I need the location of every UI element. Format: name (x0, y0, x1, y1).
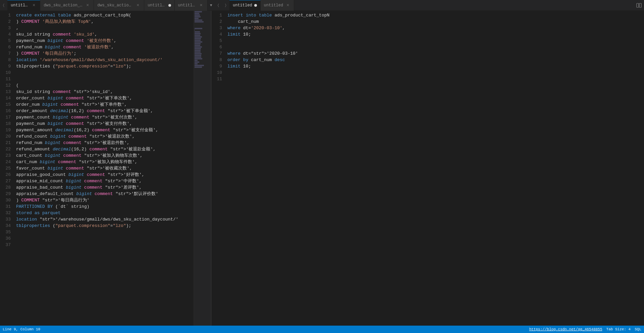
code-line: ) COMMENT "str">'每日商品行为' (16, 197, 194, 203)
code-line: limit 10; (227, 31, 644, 38)
split-editor-btn[interactable] (634, 0, 644, 11)
tab-label: untitled (148, 3, 166, 8)
right-editor-content: 1234567891011 insert into table ads_prod… (211, 11, 644, 326)
minimap-line (195, 50, 201, 51)
language[interactable]: SQL (635, 327, 641, 331)
line-number: 21 (0, 140, 11, 146)
minimap-line (195, 40, 201, 41)
right-editor-pane: 1234567891011 insert into table ads_prod… (211, 11, 644, 326)
close-icon[interactable]: × (285, 3, 290, 8)
minimap-line (195, 55, 201, 56)
minimap-line (195, 14, 200, 16)
code-line: appraise_default_count bigint comment "s… (16, 191, 194, 197)
tab-l4[interactable]: untitled (144, 0, 174, 11)
code-line: limit 10; (227, 63, 644, 69)
line-number: 3 (0, 25, 11, 31)
line-number: 10 (211, 69, 222, 76)
line-number: 25 (0, 165, 11, 172)
line-number: 17 (0, 114, 11, 121)
minimap-line (195, 56, 201, 58)
line-number: 16 (0, 108, 11, 114)
status-url[interactable]: https://blog.csdn.net/qq_46548855 (529, 327, 602, 331)
line-number: 8 (0, 57, 11, 63)
code-line: refund_num bigint comment '被退款件数', (16, 44, 194, 50)
code-line (16, 229, 194, 235)
line-number: 27 (0, 178, 11, 184)
minimap-line (195, 38, 201, 39)
minimap-line (195, 46, 202, 48)
tab-l1[interactable]: untitled × (7, 0, 40, 11)
line-number: 6 (0, 44, 11, 50)
tab-label: untitled (264, 3, 283, 8)
minimap-line (195, 28, 202, 29)
tab-size: Tab Size: 4 (606, 327, 631, 331)
code-line: order_amount decimal(16,2) comment "str"… (16, 108, 194, 114)
tab-l3[interactable]: dws_sku_action_c... × (94, 0, 144, 11)
line-number: 2 (0, 18, 11, 25)
tab-r1[interactable]: untitled (229, 0, 261, 11)
line-number: 4 (0, 31, 11, 38)
line-number: 35 (0, 229, 11, 235)
minimap-line (195, 53, 202, 54)
code-line: ( (16, 82, 194, 89)
right-next-btn[interactable]: 〉 (222, 0, 229, 11)
line-number: 37 (0, 242, 11, 248)
tab-label: untitled (233, 3, 252, 8)
minimap-line (195, 63, 198, 64)
close-icon[interactable]: × (199, 3, 204, 8)
right-code-area[interactable]: insert into table ads_product_cart_topN … (225, 11, 644, 326)
close-icon[interactable]: × (31, 3, 37, 8)
line-number: 30 (0, 197, 11, 203)
svg-rect-0 (637, 3, 639, 7)
line-number: 11 (211, 76, 222, 82)
line-number: 19 (0, 127, 11, 133)
left-minimap (194, 11, 211, 326)
tab-r2[interactable]: untitled × (261, 0, 294, 11)
minimap-line (195, 66, 202, 68)
left-prev-btn[interactable]: 〈 (0, 0, 7, 11)
line-number: 13 (0, 89, 11, 95)
code-line: sku_id string comment "str">'sku_id', (16, 89, 194, 95)
code-line: cart_count bigint comment "str">'被加入购物车次… (16, 152, 194, 159)
tab-overflow-btn[interactable]: ▼ (208, 0, 215, 11)
minimap-line (195, 58, 202, 59)
tab-l2[interactable]: dws_sku_action_daycount.sku_id × (40, 0, 94, 11)
line-number: 1 (211, 12, 222, 18)
code-line: payment_amount decimal(16,2) comment "st… (16, 127, 194, 133)
minimap-line (195, 33, 201, 34)
minimap-line (195, 19, 202, 21)
code-line: cart_num bigint comment "str">'被加入购物车件数'… (16, 159, 194, 165)
line-number: 26 (0, 172, 11, 178)
code-line: favor_count bigint comment "str">'被收藏次数'… (16, 165, 194, 172)
line-number: 8 (211, 57, 222, 63)
minimap-line (195, 65, 204, 66)
code-line (227, 44, 644, 50)
code-line: refund_amount decimal(16,2) comment "str… (16, 146, 194, 152)
line-number: 33 (0, 216, 11, 223)
left-code-area[interactable]: create external table ads_product_cart_t… (13, 11, 194, 326)
line-number: 20 (0, 133, 11, 140)
close-icon[interactable]: × (85, 3, 90, 8)
code-line: location '/warehouse/gmall/dws/dws_sku_a… (16, 57, 194, 63)
right-prev-btn[interactable]: 〈 (215, 0, 222, 11)
close-icon[interactable]: × (135, 3, 141, 8)
tab-l5[interactable]: untitled × (175, 0, 208, 11)
code-line: tblproperties ("parquet.compression"="lz… (16, 63, 194, 69)
unsaved-dot (254, 4, 257, 7)
right-tab-group: 〈 〉 untitled untitled × (215, 0, 424, 10)
minimap-line (195, 48, 201, 49)
line-number: 7 (0, 50, 11, 57)
left-tab-group: 〈 untitled × dws_sku_action_daycount.sku… (0, 0, 215, 10)
code-line: where dt='2020-03-10', (227, 25, 644, 31)
code-line: appraise_bad_count bigint comment "str">… (16, 184, 194, 191)
status-right: https://blog.csdn.net/qq_46548855 Tab Si… (529, 327, 641, 331)
line-number: 31 (0, 203, 11, 210)
code-line: refund_num bigint comment "str">'被退款件数', (16, 140, 194, 146)
code-line (227, 69, 644, 76)
line-number: 10 (0, 69, 11, 76)
code-line (16, 242, 194, 248)
unsaved-dot (168, 4, 171, 7)
code-line: PARTITIONED BY (`dt` string) (16, 203, 194, 210)
line-number: 9 (211, 63, 222, 69)
right-line-numbers: 1234567891011 (211, 11, 225, 326)
